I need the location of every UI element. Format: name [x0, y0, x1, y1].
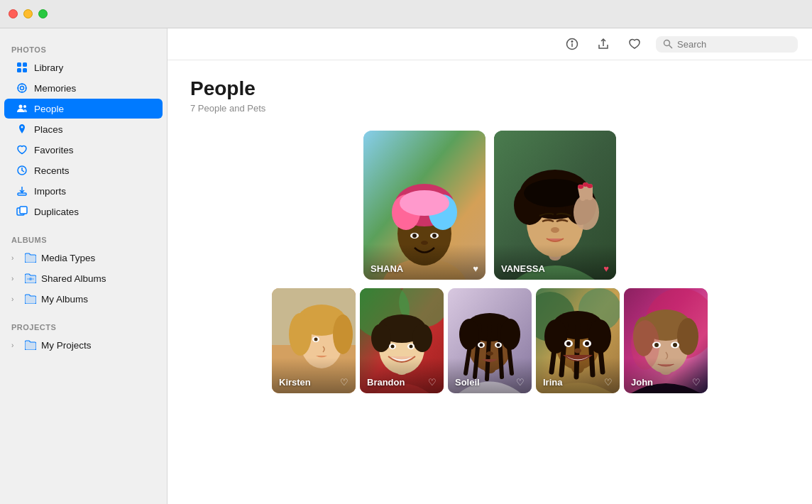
vanessa-name: VANESSA [501, 263, 545, 274]
svg-point-46 [574, 195, 599, 230]
shared-albums-chevron: › [11, 275, 20, 283]
svg-point-105 [566, 341, 571, 346]
people-bottom-row: Kirsten ♡ [190, 288, 789, 393]
my-albums-folder-icon [24, 292, 37, 305]
soleil-heart[interactable]: ♡ [516, 377, 525, 388]
memories-label: Memories [34, 83, 76, 94]
content-area: People 7 People and Pets [168, 60, 812, 410]
search-bar[interactable] [656, 36, 798, 53]
svg-line-47 [581, 187, 583, 198]
sidebar-item-people[interactable]: People [4, 99, 163, 119]
minimize-button[interactable] [23, 9, 33, 18]
my-projects-label: My Projects [41, 340, 92, 351]
sidebar-item-media-types[interactable]: › Media Types [4, 248, 163, 268]
svg-point-50 [578, 185, 583, 189]
svg-rect-1 [23, 62, 27, 67]
vanessa-heart[interactable]: ♥ [603, 263, 609, 274]
media-types-folder-icon [24, 251, 37, 264]
albums-section-label: Albums [0, 230, 167, 247]
sidebar-item-my-projects[interactable]: › My Projects [4, 335, 163, 355]
title-bar [0, 0, 812, 28]
brandon-heart[interactable]: ♡ [428, 377, 437, 388]
svg-point-83 [500, 319, 520, 350]
close-button[interactable] [9, 9, 18, 18]
sidebar-item-memories[interactable]: Memories [4, 78, 163, 98]
sidebar-item-recents[interactable]: Recents [4, 160, 163, 180]
maximize-button[interactable] [38, 9, 48, 18]
svg-point-72 [391, 345, 395, 349]
shana-heart[interactable]: ♥ [473, 263, 478, 274]
sidebar-item-favorites[interactable]: Favorites [4, 140, 163, 160]
heart-button[interactable] [625, 34, 644, 54]
john-name: John [631, 377, 653, 388]
favorites-label: Favorites [34, 145, 74, 155]
my-projects-chevron: › [11, 341, 20, 349]
sidebar-item-shared-albums[interactable]: › Shared Albums [4, 268, 163, 288]
svg-point-69 [412, 324, 432, 352]
irina-heart[interactable]: ♡ [604, 377, 613, 388]
duplicates-icon [16, 205, 28, 218]
duplicates-label: Duplicates [34, 207, 79, 217]
svg-line-80 [487, 324, 490, 379]
person-card-vanessa[interactable]: VANESSA ♥ [494, 131, 616, 280]
svg-point-101 [588, 319, 611, 354]
svg-point-32 [400, 190, 449, 216]
toolbar [168, 28, 812, 60]
person-card-soleil[interactable]: Soleil ♡ [448, 288, 532, 393]
svg-point-61 [314, 338, 318, 341]
svg-point-23 [664, 40, 670, 46]
person-card-kirsten[interactable]: Kirsten ♡ [272, 288, 356, 393]
svg-rect-13 [18, 193, 26, 195]
library-label: Library [34, 62, 63, 73]
svg-line-48 [586, 185, 586, 197]
person-card-john[interactable]: John ♡ [624, 288, 708, 393]
person-card-brandon[interactable]: Brandon ♡ [360, 288, 444, 393]
sidebar-item-library[interactable]: Library [4, 57, 163, 77]
person-card-shana[interactable]: SHANA ♥ [363, 131, 485, 280]
svg-point-119 [673, 343, 677, 347]
svg-rect-3 [23, 68, 27, 72]
svg-point-87 [480, 344, 483, 347]
svg-point-88 [497, 344, 500, 347]
svg-point-106 [585, 341, 589, 346]
sidebar-item-imports[interactable]: Imports [4, 181, 163, 201]
svg-point-68 [371, 324, 391, 352]
library-icon [16, 61, 28, 74]
sidebar: Photos Library [0, 28, 168, 504]
media-types-label: Media Types [41, 253, 95, 263]
favorites-icon [16, 143, 28, 156]
svg-point-84 [459, 319, 479, 350]
svg-point-36 [432, 234, 437, 238]
svg-point-89 [486, 351, 493, 356]
sidebar-item-duplicates[interactable]: Duplicates [4, 202, 163, 221]
search-input[interactable] [677, 39, 791, 50]
irina-name: Irina [543, 377, 562, 388]
sidebar-item-my-albums[interactable]: › My Albums [4, 289, 163, 309]
svg-point-16 [29, 278, 32, 280]
kirsten-name: Kirsten [279, 377, 311, 388]
svg-point-107 [574, 349, 581, 354]
info-button[interactable] [562, 34, 582, 54]
svg-line-24 [669, 45, 673, 49]
john-heart[interactable]: ♡ [692, 377, 701, 388]
search-icon [663, 39, 673, 49]
svg-point-118 [654, 343, 659, 347]
share-button[interactable] [593, 34, 613, 54]
recents-icon [16, 164, 28, 177]
svg-point-59 [333, 314, 353, 354]
svg-point-102 [544, 319, 567, 354]
svg-rect-0 [17, 62, 21, 67]
shana-name: SHANA [371, 263, 403, 274]
sidebar-item-places[interactable]: Places [4, 119, 163, 139]
brandon-name: Brandon [367, 377, 405, 388]
svg-point-35 [412, 234, 417, 238]
app-container: Photos Library [0, 28, 812, 504]
imports-icon [16, 185, 28, 197]
shared-albums-folder-icon [24, 272, 37, 285]
svg-point-37 [421, 241, 428, 245]
svg-point-5 [21, 87, 24, 90]
media-types-chevron: › [11, 254, 20, 262]
kirsten-heart[interactable]: ♡ [340, 377, 349, 388]
svg-point-114 [677, 318, 698, 355]
person-card-irina[interactable]: Irina ♡ [536, 288, 620, 393]
